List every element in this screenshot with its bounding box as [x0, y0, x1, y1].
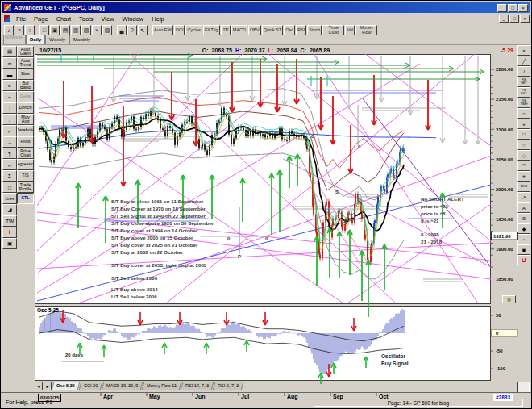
study-trade-profile[interactable]: Trade Profile — [17, 182, 34, 193]
study-pivot[interactable]: Pivot — [17, 136, 34, 148]
indicator-tab-rsi-14-7-3[interactable]: RSI 14, 7, 3 — [180, 382, 214, 390]
study-button-ell-trig[interactable]: Ell Trig — [203, 25, 220, 35]
summation-icon[interactable]: Σ — [2, 170, 17, 182]
price-chart-panel[interactable] — [35, 54, 491, 304]
delete-drawing-icon[interactable]: × — [517, 45, 530, 56]
gann-fan-icon[interactable]: « — [517, 119, 530, 129]
study-button-jti[interactable]: JTI — [221, 25, 231, 35]
study-button-osc[interactable]: Osc — [284, 25, 295, 35]
pti-icon[interactable]: PTI — [517, 161, 530, 171]
study-parabolic[interactable]: Parabolic — [17, 125, 34, 136]
study-bias[interactable]: Bias — [17, 69, 34, 80]
study-price-clust[interactable]: Price Clust — [17, 148, 34, 159]
tab-daily[interactable]: Daily — [26, 35, 45, 44]
trendline-icon[interactable]: / — [517, 66, 530, 77]
study-button-money-flow[interactable]: Money Flow — [355, 25, 377, 35]
axis-settings-icon[interactable]: ▦ — [502, 295, 516, 303]
study-button-vol[interactable]: Vol — [345, 25, 355, 35]
fib-time-icon[interactable]: FIB TIME — [517, 98, 530, 108]
menu-chart[interactable]: Chart — [52, 15, 75, 23]
study-auto-trend[interactable]: Auto Trend — [17, 57, 34, 69]
child-restore-button[interactable]: □ — [509, 15, 519, 23]
study-donch[interactable]: Donch — [17, 102, 34, 114]
svg-text:2100.00: 2100.00 — [496, 127, 513, 132]
print-icon[interactable]: ▄ — [117, 25, 127, 35]
context-help-icon[interactable]: ↖ — [138, 25, 148, 35]
arrow-left-icon[interactable]: ← — [2, 125, 17, 136]
trend-wave-icon[interactable]: TW — [2, 215, 17, 227]
tab-weekly[interactable]: Weekly — [45, 35, 69, 44]
tab-scroll-left-icon[interactable]: ◄ — [35, 382, 43, 390]
study-button-time-clust[interactable]: Time Clust — [322, 25, 344, 35]
child-minimize-button[interactable]: _ — [499, 15, 509, 23]
indicator-tab-rsi-2-7-3[interactable]: RSI 2, 7, 3 — [212, 382, 243, 390]
study-delta[interactable]: Delta — [17, 91, 34, 102]
text-tool-icon[interactable]: A — [517, 202, 530, 213]
bar-count-icon[interactable]: ¶ — [2, 148, 17, 159]
elliott-wave-icon[interactable]: ~ — [2, 91, 17, 102]
close-button[interactable]: × — [518, 4, 528, 12]
child-close-button[interactable]: × — [520, 15, 530, 23]
arrow-right-icon[interactable]: → — [2, 136, 17, 148]
indicator-tab-macd-19-39-9[interactable]: MACD 19, 39, 9 — [101, 382, 143, 390]
study-t-s[interactable]: T/S — [17, 170, 34, 182]
select-region-icon[interactable]: ▫ — [517, 234, 530, 244]
study-xtl[interactable]: XTL — [17, 193, 34, 204]
study-button-oci[interactable]: OCI — [174, 25, 185, 35]
copy-tool-icon[interactable]: ▣ — [517, 244, 530, 255]
page-flip-icon[interactable]: ▤ — [2, 46, 17, 57]
mob-icon[interactable]: MOB — [517, 182, 530, 192]
box-select-icon[interactable]: □ — [2, 182, 17, 193]
menu-window[interactable]: Window — [118, 15, 148, 23]
menu-page[interactable]: Page — [30, 15, 52, 23]
menu-help[interactable]: Help — [148, 15, 168, 23]
study-button-cycles[interactable]: Cycles — [185, 25, 202, 35]
study-button-auto-ew[interactable]: Auto EW — [152, 25, 173, 35]
indicator-tab-osc-5-35[interactable]: Osc 5,35 — [52, 382, 80, 390]
arrow-down-icon[interactable]: ↓ — [2, 114, 17, 125]
study-list-icon[interactable]: ≡ — [2, 80, 17, 91]
new-window-icon[interactable]: ▣ — [2, 238, 17, 249]
help-icon[interactable]: ? — [127, 25, 137, 35]
arrow-up-icon[interactable]: ↑ — [2, 102, 17, 114]
study-button-macd[interactable]: MACD — [231, 25, 247, 35]
study-button-rsi[interactable]: RSI — [296, 25, 306, 35]
study-regression[interactable]: Regression — [17, 159, 34, 170]
restore-button[interactable]: □ — [508, 4, 517, 12]
ellipse-tool-icon[interactable]: ○ — [517, 140, 530, 150]
eraser-icon[interactable]: ◇ — [517, 150, 530, 161]
study-bol-band[interactable]: Bol Band — [17, 80, 34, 91]
bar-spacing-icon[interactable]: ↔ — [2, 159, 17, 170]
lines-icon[interactable]: Lines — [2, 193, 17, 204]
study-auto-gann[interactable]: Auto Gann — [17, 46, 34, 57]
tab-scroll-right-icon[interactable]: ► — [44, 382, 52, 390]
grid-icon[interactable]: # — [517, 171, 530, 182]
pencil-icon[interactable]: ╱ — [517, 56, 530, 66]
zoom-tool-icon[interactable]: ⊕ — [517, 213, 530, 223]
fib-extension-icon[interactable]: FIB EXT — [517, 87, 530, 98]
roadmap-icon[interactable]: ↗ — [517, 192, 530, 202]
gann-angles-icon[interactable]: ◢ — [2, 204, 17, 215]
gann-arc-icon[interactable]: ∩ — [517, 108, 530, 119]
rectangle-tool-icon[interactable]: □ — [517, 129, 530, 140]
study-button-obv[interactable]: OBV — [248, 25, 261, 35]
oscillator-panel[interactable] — [35, 306, 491, 381]
fib-retracement-icon[interactable]: FIB RET — [517, 77, 530, 87]
minimize-button[interactable]: _ — [497, 4, 507, 12]
indicator-tab-cci-20[interactable]: CCI 20 — [78, 382, 102, 390]
menu-tools[interactable]: Tools — [75, 15, 98, 23]
refresh-icon[interactable]: ▨ — [102, 25, 112, 35]
svg-text:2150.00: 2150.00 — [496, 97, 513, 102]
study-button-stoch[interactable]: Stoch — [307, 25, 322, 35]
update-icon[interactable]: U — [517, 255, 530, 265]
color-palette-icon[interactable]: ◆ — [517, 223, 530, 234]
study-button-quick-st[interactable]: Quick ST — [262, 25, 284, 35]
tab-monthly[interactable]: Monthly — [69, 35, 94, 44]
ticker-banner-icon[interactable]: ▬ — [2, 69, 17, 80]
study-mov-avg[interactable]: Mov Avg — [17, 114, 34, 125]
menu-view[interactable]: View — [97, 15, 118, 23]
binoculars-icon[interactable]: ∞ — [2, 57, 17, 69]
menu-file[interactable]: File — [12, 15, 30, 23]
crosshair-plus-icon[interactable]: + — [2, 227, 17, 238]
indicator-tab-money-flow-11[interactable]: Money Flow 11 — [142, 382, 182, 390]
